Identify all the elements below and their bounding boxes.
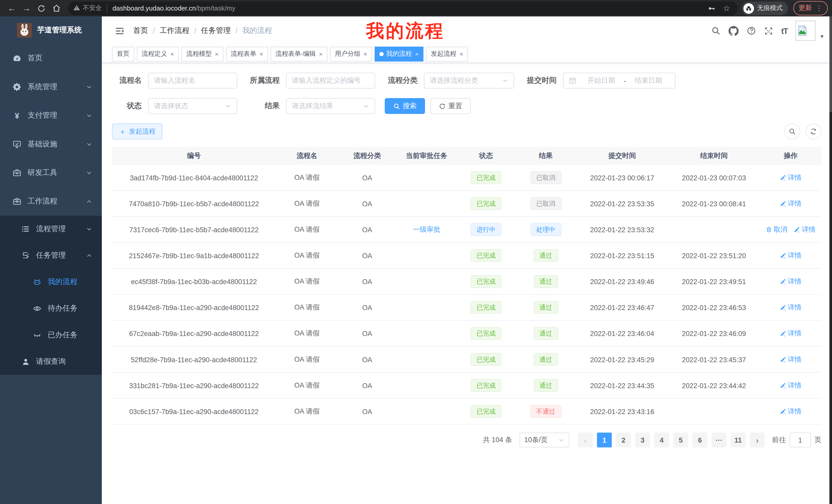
reload-icon[interactable] — [34, 1, 49, 15]
result-cell: 通过 — [515, 269, 576, 295]
detail-link[interactable]: 详情 — [780, 329, 802, 338]
category-cell: OA — [338, 165, 396, 191]
avatar-caret-icon[interactable]: ▾ — [821, 33, 824, 41]
detail-link[interactable]: 详情 — [794, 225, 815, 234]
breadcrumb-item-任务管理[interactable]: 任务管理 — [201, 26, 231, 35]
github-icon[interactable] — [729, 26, 739, 36]
page-button-4[interactable]: 4 — [654, 432, 669, 447]
close-icon[interactable]: × — [460, 51, 463, 57]
detail-link[interactable]: 详情 — [780, 381, 802, 390]
tab-流程表单[interactable]: 流程表单× — [226, 47, 268, 61]
cancel-link[interactable]: 取消 — [766, 225, 787, 234]
edit-icon — [780, 356, 786, 363]
detail-link[interactable]: 详情 — [780, 355, 802, 364]
category-cell: OA — [338, 191, 396, 217]
page-button-11[interactable]: 11 — [731, 432, 746, 447]
show-search-button[interactable] — [784, 123, 800, 139]
close-icon[interactable]: × — [215, 51, 218, 57]
process-name-cell: OA 请假 — [276, 372, 338, 398]
active-tab-dot — [380, 52, 384, 56]
more-pages-button[interactable]: ··· — [712, 432, 727, 447]
page-button-5[interactable]: 5 — [673, 432, 688, 447]
detail-link[interactable]: 详情 — [780, 199, 802, 208]
help-icon[interactable] — [747, 26, 756, 35]
detail-link[interactable]: 详情 — [780, 407, 802, 416]
avatar[interactable] — [796, 21, 816, 40]
detail-link[interactable]: 详情 — [780, 251, 802, 260]
next-page-button[interactable]: › — [750, 432, 765, 447]
browser-update-button[interactable]: 更新 ⋮ — [793, 1, 828, 16]
tab-流程定义[interactable]: 流程定义× — [137, 47, 179, 61]
scrollbar[interactable] — [829, 17, 832, 504]
detail-link[interactable]: 详情 — [780, 303, 802, 312]
sidebar-item-任务管理[interactable]: 任务管理 — [0, 242, 102, 269]
sidebar-item-待办任务[interactable]: 待办任务 — [0, 296, 102, 322]
forward-icon[interactable]: → — [19, 1, 34, 15]
fullscreen-icon[interactable] — [764, 26, 773, 35]
close-icon[interactable]: × — [364, 51, 367, 57]
result-select[interactable]: 请选择流结果 — [286, 98, 375, 114]
end-time-cell — [668, 217, 760, 243]
process-definition-input[interactable]: 请输入流程定义的编号 — [286, 73, 375, 89]
page-size-select[interactable]: 10条/页 — [519, 432, 569, 447]
close-icon[interactable]: × — [319, 51, 322, 57]
sidebar-item-已办任务[interactable]: 已办任务 — [0, 322, 102, 348]
category-select[interactable]: 请选择流程分类 — [424, 73, 514, 89]
bookmark-star-icon[interactable]: ☆ — [723, 3, 730, 13]
edit-icon — [780, 408, 786, 415]
create-process-button[interactable]: ＋发起流程 — [112, 123, 162, 139]
font-size-icon[interactable]: tT — [781, 26, 788, 35]
tab-流程模型[interactable]: 流程模型× — [182, 47, 224, 61]
sidebar-item-工作流程[interactable]: 工作流程 — [0, 187, 102, 216]
detail-link[interactable]: 详情 — [780, 277, 802, 286]
page-button-2[interactable]: 2 — [616, 432, 631, 447]
process-name-input[interactable]: 请输入流程名 — [148, 73, 237, 89]
goto-page-input[interactable]: 1 — [789, 432, 811, 447]
close-icon[interactable]: × — [415, 51, 419, 57]
submit-time-cell: 2022-01-22 23:44:35 — [576, 372, 668, 398]
breadcrumb-item-工作流程[interactable]: 工作流程 — [160, 26, 189, 35]
tab-首页[interactable]: 首页 — [112, 47, 134, 61]
security-warning[interactable]: 不安全 — [73, 4, 107, 12]
sidebar-item-label: 任务管理 — [36, 251, 66, 260]
close-icon[interactable]: × — [259, 51, 263, 57]
sidebar-item-支付管理[interactable]: ¥支付管理 — [0, 101, 102, 130]
sidebar-item-系统管理[interactable]: 系统管理 — [0, 73, 102, 101]
browser-menu-icon[interactable]: ⋮ — [815, 4, 823, 12]
sidebar-item-研发工具[interactable]: 研发工具 — [0, 159, 102, 187]
hamburger-icon[interactable] — [115, 26, 125, 36]
sidebar-item-流程管理[interactable]: 流程管理 — [0, 216, 102, 242]
app-logo[interactable]: 芋道管理系统 — [0, 17, 102, 44]
search-icon[interactable] — [711, 26, 721, 35]
address-bar[interactable]: 不安全 dashboard.yudao.iocoder.cn/bpm/task/… — [68, 1, 738, 15]
sidebar-item-首页[interactable]: 首页 — [0, 44, 102, 73]
current-task-link[interactable]: 一级审批 — [413, 225, 440, 233]
tab-流程表单-编辑[interactable]: 流程表单-编辑× — [271, 47, 328, 61]
sidebar-item-基础设施[interactable]: 基础设施 — [0, 130, 102, 159]
tab-用户分组[interactable]: 用户分组× — [330, 47, 372, 61]
status-badge: 通过 — [534, 327, 558, 340]
status-select[interactable]: 请选择状态 — [148, 98, 237, 114]
home-icon[interactable] — [49, 1, 64, 15]
tab-我的流程[interactable]: 我的流程× — [374, 47, 423, 61]
page-button-6[interactable]: 6 — [693, 432, 707, 447]
sidebar-item-请假查询[interactable]: 请假查询 — [0, 348, 102, 375]
detail-link[interactable]: 详情 — [780, 173, 802, 183]
page-button-3[interactable]: 3 — [635, 432, 650, 447]
page-button-1[interactable]: 1 — [597, 432, 612, 447]
refresh-table-button[interactable] — [806, 123, 822, 139]
breadcrumb-item-首页[interactable]: 首页 — [133, 26, 148, 35]
chevron-down-icon — [558, 437, 565, 443]
tab-发起流程[interactable]: 发起流程× — [426, 47, 468, 61]
reset-button[interactable]: 重置 — [431, 98, 471, 114]
date-range-picker[interactable]: 开始日期 - 结束日期 — [563, 73, 676, 89]
back-icon[interactable]: ← — [4, 1, 19, 15]
sidebar-item-label: 首页 — [27, 53, 43, 63]
process-id-cell: 67c2eaab-7b9a-11ec-a290-acde48001122 — [112, 320, 276, 346]
sidebar-item-我的流程[interactable]: 我的流程 — [0, 269, 102, 295]
close-icon[interactable]: × — [170, 51, 174, 57]
password-key-icon[interactable] — [707, 4, 716, 12]
prev-page-button[interactable]: ‹ — [578, 432, 593, 447]
search-button[interactable]: 搜索 — [385, 98, 425, 114]
process-id-cell: 2152467e-7b9b-11ec-9a1b-acde48001122 — [112, 243, 276, 269]
